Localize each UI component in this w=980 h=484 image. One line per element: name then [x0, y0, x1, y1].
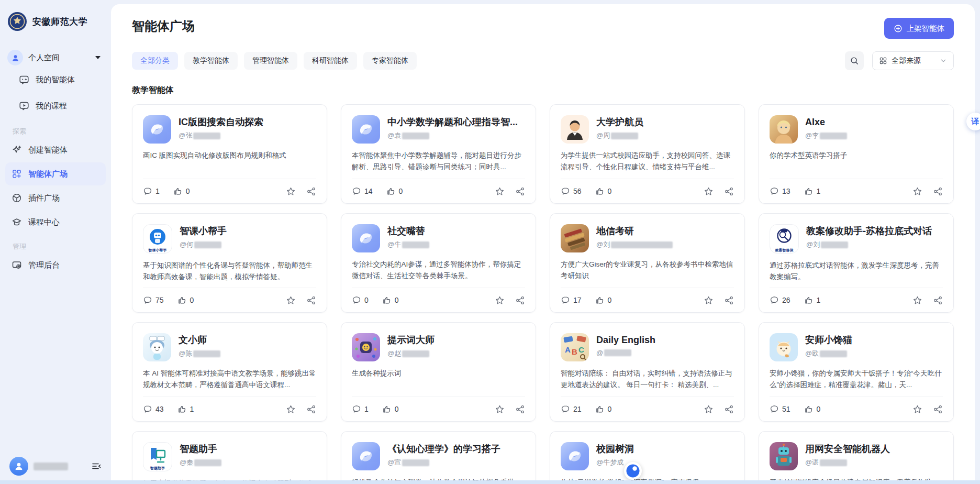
sidebar-item-admin-backend[interactable]: 管理后台	[5, 254, 106, 277]
like-count: 0	[173, 186, 190, 196]
share-icon[interactable]	[933, 295, 943, 305]
agent-card[interactable]: AIxe @李 你的学术型英语学习搭子 13 1	[759, 104, 954, 204]
explore-nav: 创建智能体 智能体广场 插件广场 课程中心	[0, 138, 111, 234]
share-icon[interactable]	[515, 404, 525, 414]
favorite-star-icon[interactable]	[495, 404, 505, 414]
chat-sparkle-icon	[19, 74, 29, 85]
agent-description: 本 AI 智能体可精准对接高中语文教学场景，能够跳出常规教材文本范畴，严格遵循普…	[143, 368, 316, 397]
sidebar-item-plugin-plaza[interactable]: 插件广场	[5, 186, 106, 210]
agent-avatar-icon: ABC	[561, 333, 589, 361]
comment-count: 1	[143, 186, 160, 196]
favorite-star-icon[interactable]	[912, 404, 922, 414]
like-count: 1	[804, 186, 821, 196]
agent-icon-caption: 智课小帮手	[143, 248, 172, 252]
tab-label: 教学智能体	[193, 56, 229, 65]
sidebar-item-label: 我的课程	[36, 101, 67, 111]
sidebar-item-agent-plaza[interactable]: 智能体广场	[5, 162, 106, 185]
thumbs-up-icon	[382, 295, 392, 305]
share-icon[interactable]	[724, 186, 734, 196]
comment-count: 56	[561, 186, 582, 196]
favorite-star-icon[interactable]	[286, 404, 296, 414]
favorite-star-icon[interactable]	[912, 186, 922, 196]
agent-author: @陈	[179, 349, 316, 358]
share-icon[interactable]	[724, 404, 734, 414]
main-panel: 智能体广场 上架智能体 全部分类 教学智能体 管理智能体 科研智能体 专家智能体…	[111, 4, 975, 484]
tab-teaching[interactable]: 教学智能体	[184, 52, 238, 70]
sidebar-item-personal-space[interactable]: 个人空间	[7, 49, 104, 66]
current-user-avatar[interactable]	[9, 457, 28, 476]
tab-research[interactable]: 科研智能体	[304, 52, 357, 70]
agent-card[interactable]: 中小学数学解题和心理指导智... @袁 本智能体聚焦中小学数学解题辅导，能对题目…	[341, 104, 536, 204]
favorite-star-icon[interactable]	[704, 295, 714, 305]
share-icon[interactable]	[724, 295, 734, 305]
share-icon[interactable]	[306, 186, 316, 196]
comment-count: 51	[770, 404, 790, 414]
search-button[interactable]	[845, 51, 864, 70]
favorite-star-icon[interactable]	[704, 186, 714, 196]
tab-expert[interactable]: 专家智能体	[363, 52, 417, 70]
agent-card[interactable]: 安师小馋猫 @欧 安师小馋猫，你的专属安师大干饭搭子！专治“今天吃什么”的选择困…	[759, 322, 954, 422]
agent-card[interactable]: ABC Daily English @ 智能对话陪练： 自由对话，实时纠错，支持…	[550, 322, 745, 422]
sidebar-footer	[0, 457, 111, 476]
publish-agent-button[interactable]: 上架智能体	[884, 18, 954, 39]
favorite-star-icon[interactable]	[912, 295, 922, 305]
assistant-fab[interactable]	[624, 462, 642, 480]
agent-card[interactable]: 文小师 @陈 本 AI 智能体可精准对接高中语文教学场景，能够跳出常规教材文本范…	[132, 322, 327, 422]
agent-title: IC版图搜索自动探索	[179, 116, 316, 128]
agent-card[interactable]: 提示词大师 @赵 生成各种提示词 1 0	[341, 322, 536, 422]
share-icon[interactable]	[515, 186, 525, 196]
sidebar-item-my-agents[interactable]: 我的智能体	[5, 67, 106, 92]
redacted-name	[820, 350, 847, 357]
favorite-star-icon[interactable]	[495, 186, 505, 196]
source-filter-dropdown[interactable]: 全部来源	[872, 51, 954, 70]
comment-count: 17	[561, 295, 582, 305]
comment-icon	[770, 295, 779, 305]
comment-icon	[143, 186, 152, 196]
agent-author: @宣	[387, 458, 525, 467]
agent-card[interactable]: 校园树洞 @牛梦成 你的“云端学长/学姐”＋“深夜树洞”，它不仅仅...	[550, 431, 745, 484]
personal-space-label: 个人空间	[28, 53, 60, 63]
share-icon[interactable]	[515, 295, 525, 305]
agent-card[interactable]: IC版图搜索自动探索 @张 画IC 版图实现自动化修改版图布局规则和格式 1 0	[132, 104, 327, 204]
share-icon[interactable]	[933, 186, 943, 196]
publish-agent-label: 上架智能体	[907, 24, 945, 34]
sidebar-item-label: 课程中心	[28, 217, 60, 227]
agent-card[interactable]: 大学护航员 @周 为学生提供一站式校园适应助手，支持校园问答、选课流程引导、个性…	[550, 104, 745, 204]
sidebar-item-create-agent[interactable]: 创建智能体	[5, 138, 106, 161]
agent-title: 安师小馋猫	[805, 334, 943, 346]
agent-avatar-icon	[352, 442, 380, 470]
collapse-sidebar-icon[interactable]	[91, 461, 102, 471]
favorite-star-icon[interactable]	[704, 404, 714, 414]
favorite-star-icon[interactable]	[495, 295, 505, 305]
agent-avatar-icon	[561, 224, 589, 252]
comment-icon	[352, 295, 361, 305]
sidebar-item-course-center[interactable]: 课程中心	[5, 211, 106, 234]
agent-card[interactable]: 智课小帮手 智课小帮手 @何 基于知识图谱的个性化备课与答疑智能体，帮助师范生和…	[132, 213, 327, 313]
agent-avatar-icon	[770, 115, 798, 144]
agent-author: @牛梦成	[596, 458, 734, 467]
favorite-star-icon[interactable]	[286, 295, 296, 305]
grid-icon	[879, 57, 887, 65]
agent-card[interactable]: 《认知心理学》的学习搭子 @宣 轻松教会你认知心理学，让你学会用认知的视角看世.…	[341, 431, 536, 484]
translate-fab[interactable]: 译	[966, 113, 980, 130]
redacted-name	[194, 459, 221, 466]
agent-title: 《认知心理学》的学习搭子	[387, 443, 525, 455]
agent-card[interactable]: 智题助手 智题助手 @秦 把用户提供的零散题目文本（可能混合多种题型，格式不一）…	[132, 431, 327, 484]
agent-avatar-icon	[352, 224, 380, 252]
redacted-name	[402, 350, 429, 357]
agent-card[interactable]: 用网安全智能机器人 @谌 基于校园网络安全场景构建专属知识库，覆盖反诈防...	[759, 431, 954, 484]
tab-management[interactable]: 管理智能体	[244, 52, 297, 70]
agent-card[interactable]: 社交嘴替 @牛 专治社交内耗的AI参谋，通过多智能体协作，帮你搞定微信对话、生活…	[341, 213, 536, 313]
like-count: 0	[595, 295, 612, 305]
share-icon[interactable]	[933, 404, 943, 414]
redacted-name	[194, 241, 221, 248]
redacted-name	[611, 241, 673, 248]
sidebar-item-my-courses[interactable]: 我的课程	[5, 93, 106, 118]
agent-card[interactable]: 地信考研 @刘 方便广大Giser的专业课复习，从各校参考书中检索地信考研知识 …	[550, 213, 745, 313]
tab-all[interactable]: 全部分类	[132, 52, 178, 70]
favorite-star-icon[interactable]	[286, 186, 296, 196]
agent-card[interactable]: 教案智修体 教案修改助手-苏格拉底式对话 @刘 通过苏格拉底式对话智能体，激发学…	[759, 213, 954, 313]
play-bubble-icon	[19, 101, 29, 111]
share-icon[interactable]	[306, 295, 316, 305]
share-icon[interactable]	[306, 404, 316, 414]
